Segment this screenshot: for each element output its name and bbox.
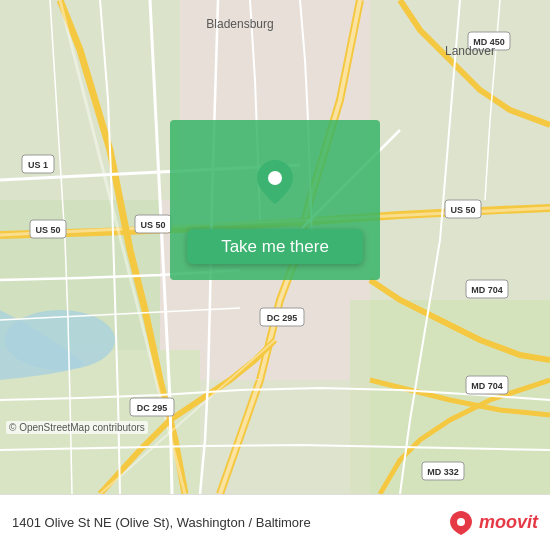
location-pin (257, 160, 293, 204)
svg-text:MD 704: MD 704 (471, 381, 503, 391)
svg-text:US 1: US 1 (28, 160, 48, 170)
moovit-logo: moovit (447, 509, 538, 537)
svg-text:Bladensburg: Bladensburg (206, 17, 273, 31)
address-text: 1401 Olive St NE (Olive St), Washington … (12, 515, 447, 530)
svg-point-30 (268, 171, 282, 185)
svg-text:US 50: US 50 (450, 205, 475, 215)
svg-text:DC 295: DC 295 (267, 313, 298, 323)
moovit-pin-icon (447, 509, 475, 537)
osm-attribution: © OpenStreetMap contributors (6, 421, 148, 434)
svg-text:DC 295: DC 295 (137, 403, 168, 413)
take-me-there-button[interactable]: Take me there (187, 229, 363, 264)
svg-point-31 (457, 518, 465, 526)
svg-text:MD 704: MD 704 (471, 285, 503, 295)
svg-text:US 50: US 50 (35, 225, 60, 235)
svg-text:Landover: Landover (445, 44, 495, 58)
map-container: US 1 US 50 US 50 US 50 DC 295 DC 295 MD … (0, 0, 550, 494)
svg-text:US 50: US 50 (140, 220, 165, 230)
info-bar: 1401 Olive St NE (Olive St), Washington … (0, 494, 550, 550)
svg-text:MD 332: MD 332 (427, 467, 459, 477)
moovit-wordmark: moovit (479, 512, 538, 533)
